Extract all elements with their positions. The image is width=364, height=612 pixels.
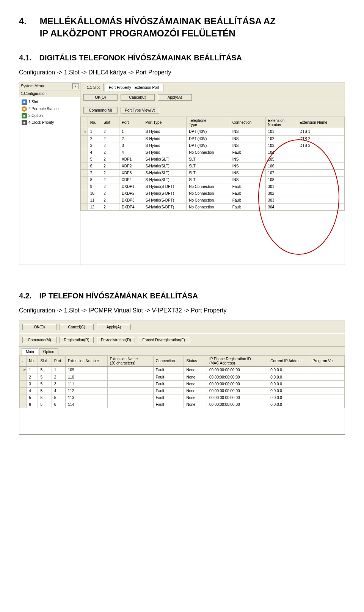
row-handle[interactable] xyxy=(81,169,88,176)
table-row[interactable]: 92DXDP1S-Hybrid(S-DPT)No ConnectionFault… xyxy=(81,183,345,190)
cell[interactable]: 2 xyxy=(101,156,119,162)
cell[interactable]: 102 xyxy=(265,135,297,142)
cell[interactable]: INS xyxy=(230,128,265,135)
column-header[interactable]: Port Type xyxy=(143,117,187,128)
cell[interactable]: 2 xyxy=(101,176,119,183)
cell[interactable]: 107 xyxy=(265,169,297,176)
cell[interactable] xyxy=(297,149,344,156)
cell[interactable]: 301 xyxy=(265,183,297,190)
apply-button[interactable]: Apply(A) xyxy=(97,324,131,330)
cell[interactable] xyxy=(107,366,153,374)
cell[interactable]: Fault xyxy=(230,203,265,210)
cell[interactable]: 2 xyxy=(119,135,143,142)
cell[interactable]: S-Hybrid xyxy=(143,135,187,142)
cell[interactable]: 0.0.0.0 xyxy=(268,366,310,374)
cell[interactable]: DXDP4 xyxy=(119,203,143,210)
table-row[interactable]: ☞121S-HybridDPT (40V)INS101DTS 1 xyxy=(81,128,345,135)
cell[interactable]: 112 xyxy=(65,387,107,394)
cell[interactable]: 2 xyxy=(52,374,65,380)
tab-option[interactable]: Option xyxy=(39,348,58,355)
cell[interactable]: 1 xyxy=(119,128,143,135)
cell[interactable] xyxy=(310,366,345,374)
cell[interactable]: 4 xyxy=(27,387,38,394)
cell[interactable]: 108 xyxy=(265,176,297,183)
cell[interactable]: Fault xyxy=(153,394,184,401)
table-row[interactable]: 222S-HybridDPT (40V)INS102DTS 2 xyxy=(81,135,345,142)
table-row[interactable]: 112DXDP3S-Hybrid(S-DPT)No ConnectionFaul… xyxy=(81,197,345,203)
cell[interactable]: 0.0.0.0 xyxy=(268,374,310,380)
row-handle[interactable] xyxy=(81,142,88,149)
column-header[interactable]: Slot xyxy=(38,355,52,366)
cell[interactable]: 6 xyxy=(88,162,101,169)
column-header[interactable]: Connection xyxy=(230,117,265,128)
cell[interactable]: 5 xyxy=(52,394,65,401)
cell[interactable]: DPT (40V) xyxy=(187,135,230,142)
cell[interactable]: DTS 3 xyxy=(297,142,344,149)
sidebar-item-3-option[interactable]: ■3.Option xyxy=(21,112,78,119)
cell[interactable] xyxy=(297,162,344,169)
tab-port-property-extension-port[interactable]: Port Property - Extension Port xyxy=(105,84,163,91)
cell[interactable]: 00:00:00:00:00:00 xyxy=(207,401,268,408)
cell[interactable]: DTS 1 xyxy=(297,128,344,135)
cell[interactable]: SLT xyxy=(187,162,230,169)
cell[interactable]: S-Hybrid(SLT) xyxy=(143,162,187,169)
cell[interactable]: 1 xyxy=(88,128,101,135)
cell[interactable]: DPT (40V) xyxy=(187,128,230,135)
row-handle[interactable]: ☞ xyxy=(20,366,27,374)
table-row[interactable]: 122DXDP4S-Hybrid(S-DPT)No ConnectionFaul… xyxy=(81,203,345,210)
cell[interactable]: 104 xyxy=(265,149,297,156)
cell[interactable]: 3 xyxy=(27,380,38,387)
cancel-button[interactable]: Cancel(C) xyxy=(121,94,155,101)
cell[interactable]: 2 xyxy=(101,135,119,142)
cell[interactable]: DXDP2 xyxy=(119,190,143,197)
cell[interactable] xyxy=(297,183,344,190)
column-header[interactable]: Slot xyxy=(101,117,119,128)
row-handle[interactable] xyxy=(81,183,88,190)
cell[interactable]: 00:00:00:00:00:00 xyxy=(207,374,268,380)
cell[interactable]: INS xyxy=(230,156,265,162)
cell[interactable]: INS xyxy=(230,176,265,183)
cell[interactable]: XDP3 xyxy=(119,169,143,176)
cell[interactable]: 4 xyxy=(88,149,101,156)
cell[interactable]: 1 xyxy=(52,366,65,374)
de-registration-button[interactable]: De-registration(D) xyxy=(97,337,135,343)
column-header[interactable]: ExtensionNumber xyxy=(265,117,297,128)
cell[interactable]: 0.0.0.0 xyxy=(268,387,310,394)
cell[interactable] xyxy=(297,190,344,197)
cell[interactable] xyxy=(310,380,345,387)
cell[interactable]: 302 xyxy=(265,190,297,197)
cell[interactable] xyxy=(297,197,344,203)
tab-main[interactable]: Main xyxy=(22,348,38,355)
cell[interactable]: No Connection xyxy=(187,197,230,203)
cell[interactable]: 11 xyxy=(88,197,101,203)
cell[interactable]: 12 xyxy=(88,203,101,210)
cell[interactable]: 3 xyxy=(88,142,101,149)
table-row[interactable]: 424S-HybridNo ConnectionFault104 xyxy=(81,149,345,156)
cell[interactable]: 00:00:00:00:00:00 xyxy=(207,387,268,394)
column-header[interactable]: Program Ver. xyxy=(310,355,345,366)
table-row[interactable]: 62XDP2S-Hybrid(SLT)SLTINS106 xyxy=(81,162,345,169)
sidebar-item-4-clock-priority[interactable]: ■4.Clock Priority xyxy=(21,119,78,126)
row-handle[interactable] xyxy=(20,401,27,408)
cell[interactable]: Fault xyxy=(153,374,184,380)
cell[interactable]: DTS 2 xyxy=(297,135,344,142)
cell[interactable]: 5 xyxy=(88,156,101,162)
cell[interactable]: None xyxy=(184,374,207,380)
registration-button[interactable]: Registration(R) xyxy=(60,337,94,343)
table-row[interactable]: 454112FaultNone00:00:00:00:00:000.0.0.0 xyxy=(20,387,345,394)
cell[interactable]: DPT (40V) xyxy=(187,142,230,149)
cell[interactable]: 3 xyxy=(52,380,65,387)
cell[interactable]: 9 xyxy=(88,183,101,190)
cell[interactable]: None xyxy=(184,401,207,408)
cell[interactable]: 0.0.0.0 xyxy=(268,401,310,408)
cell[interactable]: 00:00:00:00:00:00 xyxy=(207,380,268,387)
cell[interactable]: 0.0.0.0 xyxy=(268,380,310,387)
cell[interactable] xyxy=(107,380,153,387)
cell[interactable]: 109 xyxy=(65,366,107,374)
table-row[interactable]: 555113FaultNone00:00:00:00:00:000.0.0.0 xyxy=(20,394,345,401)
table-row[interactable]: 52XDP1S-Hybrid(SLT)SLTINS105 xyxy=(81,156,345,162)
cell[interactable]: 5 xyxy=(38,366,52,374)
cell[interactable]: 00:00:00:00:00:00 xyxy=(207,394,268,401)
row-handle[interactable]: ☞ xyxy=(81,128,88,135)
apply-button[interactable]: Apply(A) xyxy=(158,94,192,101)
